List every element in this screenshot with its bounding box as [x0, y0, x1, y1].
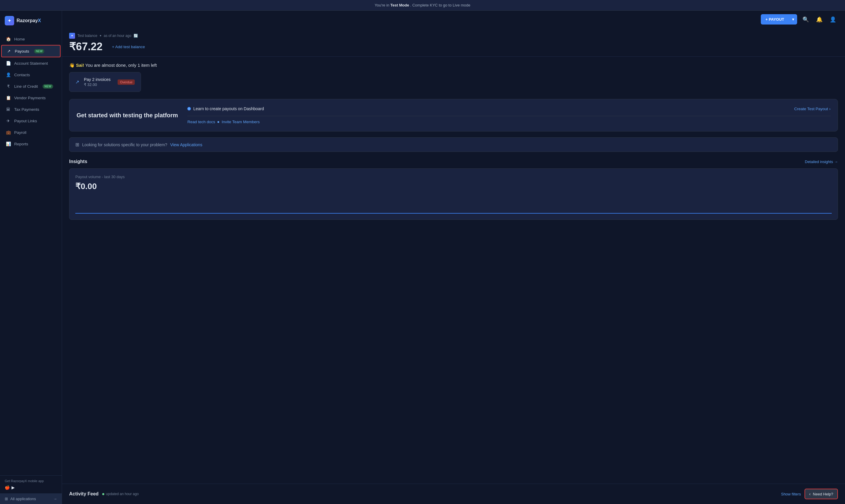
activity-feed-title: Activity Feed	[69, 491, 99, 497]
create-test-label: Create Test Payout	[794, 107, 828, 111]
sidebar-item-vendor-payments-label: Vendor Payments	[14, 96, 46, 100]
status-dot-icon	[102, 493, 104, 495]
tax-payments-icon: 🏛	[6, 107, 11, 112]
sidebar-item-account-statement-label: Account Statement	[14, 61, 48, 66]
contacts-icon: 👤	[6, 72, 11, 77]
invoice-card[interactable]: ↗ Pay 2 invoices ₹ 32.00 Overdue	[69, 72, 141, 92]
logo-text: RazorpayX	[17, 18, 41, 23]
sidebar-item-tax-payments[interactable]: 🏛 Tax Payments	[1, 104, 60, 115]
apple-icon: 🍎	[5, 485, 10, 490]
razorpay-x-small-logo: ✦	[69, 33, 75, 39]
search-button[interactable]: 🔍	[801, 15, 811, 24]
detailed-insights-link[interactable]: Detailed insights →	[805, 160, 838, 164]
test-mode-banner: You're in Test Mode . Complete KYC to go…	[0, 0, 845, 11]
sidebar-item-payroll[interactable]: 💼 Payroll	[1, 127, 60, 138]
invoice-amount: ₹ 32.00	[84, 83, 110, 87]
view-applications-link[interactable]: View Applications	[170, 142, 202, 147]
divider	[187, 116, 830, 116]
payouts-new-badge: NEW	[34, 49, 44, 53]
sidebar-item-payout-links[interactable]: ✈ Payout Links	[1, 115, 60, 126]
app-store-icons: 🍎 ▶	[5, 485, 57, 490]
greeting-suffix: You are almost done, only 1 item left	[85, 62, 157, 68]
content-area: 👋 Sai! You are almost done, only 1 item …	[62, 57, 845, 484]
need-help-label: Need Help?	[813, 492, 833, 496]
insights-chart	[75, 196, 832, 214]
sidebar-item-home[interactable]: 🏠 Home	[1, 33, 60, 44]
sidebar-item-reports[interactable]: 📊 Reports	[1, 138, 60, 149]
sidebar-item-account-statement[interactable]: 📄 Account Statement	[1, 58, 60, 69]
insights-title: Insights	[69, 159, 87, 164]
learn-row: Learn to create payouts on Dashboard Cre…	[187, 106, 830, 111]
get-started-left: Get started with testing the platform	[76, 111, 178, 119]
payout-button-label: + PAYOUT	[761, 14, 789, 24]
wave-emoji: 👋	[69, 62, 75, 68]
invoice-arrow-icon: ↗	[75, 79, 79, 85]
payouts-icon: ↗	[6, 49, 11, 53]
learn-label: Learn to create payouts on Dashboard	[193, 106, 264, 111]
balance-header: ✦ Test balance • as of an hour ago 🔄	[69, 33, 838, 39]
sidebar-item-payouts[interactable]: ↗ Payouts NEW	[1, 45, 60, 57]
balance-label: Test balance	[77, 34, 97, 38]
balance-time: as of an hour ago	[104, 34, 131, 38]
sidebar-item-payouts-label: Payouts	[15, 49, 29, 53]
banner-text: You're in Test Mode . Complete KYC to go…	[375, 3, 470, 7]
balance-whole: 67	[76, 40, 88, 53]
payout-links-icon: ✈	[6, 119, 11, 123]
activity-status-text: updated an hour ago	[106, 492, 139, 496]
activity-status: updated an hour ago	[102, 492, 139, 496]
payout-button[interactable]: + PAYOUT ▾	[761, 14, 797, 24]
invoice-text: Pay 2 invoices	[84, 77, 110, 82]
balance-decimal: .22	[88, 40, 103, 53]
all-apps-button[interactable]: ⊞ All applications →	[0, 493, 62, 504]
sidebar-nav: 🏠 Home ↗ Payouts NEW 📄 Account Statement…	[0, 31, 62, 475]
profile-button[interactable]: 👤	[828, 15, 838, 24]
payroll-icon: 💼	[6, 130, 11, 135]
main-content: + PAYOUT ▾ 🔍 🔔 👤 ✦ Test balance • as of …	[62, 11, 845, 504]
get-started-section: Get started with testing the platform Le…	[69, 99, 838, 131]
balance-section: ✦ Test balance • as of an hour ago 🔄 ₹67…	[62, 28, 845, 57]
solutions-icon: ⊞	[75, 142, 79, 147]
google-play-icon: ▶	[12, 485, 15, 490]
invite-team-members-link[interactable]: Invite Team Members	[221, 120, 260, 124]
invoice-info: Pay 2 invoices ₹ 32.00	[84, 77, 110, 87]
home-icon: 🏠	[6, 37, 11, 41]
insights-decimal: .00	[85, 182, 97, 191]
create-test-arrow: ›	[829, 107, 831, 111]
sidebar-bottom: Get RazorpayX mobile app 🍎 ▶	[0, 475, 62, 493]
insights-whole: 0	[80, 182, 85, 191]
payout-dropdown-icon[interactable]: ▾	[789, 14, 797, 24]
refresh-icon[interactable]: 🔄	[133, 34, 138, 38]
grid-icon: ⊞	[5, 497, 8, 501]
sidebar-item-vendor-payments[interactable]: 📋 Vendor Payments	[1, 92, 60, 103]
sidebar-logo: ✦ RazorpayX	[0, 11, 62, 31]
banner-highlight: Test Mode	[390, 3, 409, 7]
line-of-credit-icon: ₹	[6, 84, 11, 89]
header-bar: + PAYOUT ▾ 🔍 🔔 👤	[62, 11, 845, 28]
mobile-app-label: Get RazorpayX mobile app	[5, 479, 57, 483]
sidebar-item-contacts-label: Contacts	[14, 73, 30, 77]
activity-feed-left: Activity Feed updated an hour ago	[69, 491, 139, 497]
need-help-arrow-icon: ‹	[809, 491, 811, 496]
banner-suffix: . Complete KYC to go to Live mode	[410, 3, 470, 7]
need-help-button[interactable]: ‹ Need Help?	[805, 489, 838, 499]
sidebar-item-line-of-credit[interactable]: ₹ Line of Credit NEW	[1, 80, 60, 92]
learn-dot-icon	[187, 107, 191, 110]
add-test-balance-button[interactable]: + Add test balance	[112, 44, 145, 49]
activity-feed-section: Activity Feed updated an hour ago Show f…	[62, 484, 845, 504]
insights-amount: ₹0.00	[75, 181, 832, 191]
notification-button[interactable]: 🔔	[814, 15, 824, 24]
insights-volume-label: Payout volume - last 30 days	[75, 175, 832, 179]
sidebar-item-reports-label: Reports	[14, 142, 28, 146]
show-filters-button[interactable]: Show filters	[781, 492, 801, 496]
sidebar: ✦ RazorpayX 🏠 Home ↗ Payouts NEW 📄 Accou…	[0, 11, 62, 504]
arrow-right-icon: →	[53, 497, 57, 501]
balance-amount: ₹67.22	[69, 40, 103, 53]
sidebar-item-home-label: Home	[14, 37, 25, 41]
get-started-title: Get started with testing the platform	[76, 111, 178, 119]
sidebar-item-contacts[interactable]: 👤 Contacts	[1, 69, 60, 80]
read-tech-docs-link[interactable]: Read tech docs	[187, 120, 215, 124]
reports-icon: 📊	[6, 142, 11, 146]
add-balance-label: + Add test balance	[112, 44, 145, 49]
insights-header: Insights Detailed insights →	[69, 159, 838, 164]
create-test-payout-link[interactable]: Create Test Payout ›	[794, 107, 830, 111]
